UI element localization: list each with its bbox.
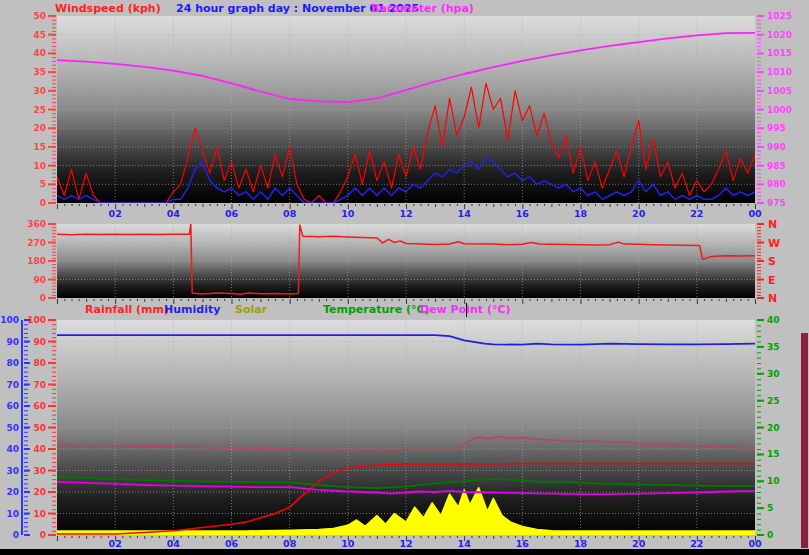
svg-text:25: 25 <box>767 396 780 406</box>
svg-text:30: 30 <box>6 466 19 476</box>
svg-text:04: 04 <box>167 208 181 219</box>
svg-text:1000: 1000 <box>767 105 792 115</box>
svg-text:S: S <box>768 255 776 268</box>
svg-text:10: 10 <box>33 509 46 519</box>
svg-text:12: 12 <box>399 208 412 219</box>
svg-text:80: 80 <box>33 358 46 368</box>
temperature-series-label: Temperature (°C) <box>323 303 430 316</box>
svg-text:180: 180 <box>27 256 46 266</box>
svg-text:5: 5 <box>40 179 46 189</box>
svg-text:15: 15 <box>767 449 780 459</box>
svg-text:40: 40 <box>33 444 46 454</box>
svg-text:18: 18 <box>574 208 588 219</box>
svg-text:14: 14 <box>458 538 472 549</box>
svg-text:985: 985 <box>767 161 786 171</box>
barometer-axis-title: Barometer (hpa) <box>371 2 474 15</box>
svg-text:30: 30 <box>33 466 46 476</box>
svg-text:60: 60 <box>33 401 46 411</box>
svg-text:10: 10 <box>341 538 355 549</box>
svg-text:06: 06 <box>225 208 239 219</box>
svg-text:60: 60 <box>6 401 19 411</box>
svg-text:N: N <box>768 292 777 305</box>
svg-text:90: 90 <box>6 337 19 347</box>
svg-text:0: 0 <box>40 530 46 540</box>
svg-text:270: 270 <box>27 238 46 248</box>
windspeed-axis-title: Windspeed (kph) <box>55 2 161 15</box>
svg-text:50: 50 <box>6 423 19 433</box>
svg-text:975: 975 <box>767 198 786 208</box>
svg-text:10: 10 <box>767 476 780 486</box>
svg-text:18: 18 <box>574 538 588 549</box>
svg-text:40: 40 <box>767 315 780 325</box>
svg-text:10: 10 <box>341 208 355 219</box>
svg-text:16: 16 <box>516 538 530 549</box>
svg-text:10: 10 <box>6 509 19 519</box>
svg-text:980: 980 <box>767 179 786 189</box>
svg-text:20: 20 <box>767 423 780 433</box>
svg-text:35: 35 <box>33 67 46 77</box>
svg-text:20: 20 <box>6 487 19 497</box>
svg-text:1015: 1015 <box>767 48 792 58</box>
svg-text:14: 14 <box>458 208 472 219</box>
svg-text:20: 20 <box>632 208 646 219</box>
svg-text:0: 0 <box>767 530 773 540</box>
svg-text:0: 0 <box>13 530 19 540</box>
svg-text:20: 20 <box>632 538 646 549</box>
svg-text:30: 30 <box>33 86 46 96</box>
svg-text:90: 90 <box>33 337 46 347</box>
svg-text:50: 50 <box>33 423 46 433</box>
svg-text:16: 16 <box>516 208 530 219</box>
svg-text:90: 90 <box>33 275 46 285</box>
svg-text:N: N <box>768 218 777 231</box>
svg-text:5: 5 <box>767 503 773 513</box>
svg-text:1025: 1025 <box>767 11 792 21</box>
svg-text:35: 35 <box>767 342 780 352</box>
svg-text:08: 08 <box>283 208 297 219</box>
svg-text:04: 04 <box>167 538 181 549</box>
svg-text:100: 100 <box>0 315 19 325</box>
svg-text:360: 360 <box>27 219 46 229</box>
svg-text:995: 995 <box>767 123 786 133</box>
svg-text:20: 20 <box>33 487 46 497</box>
svg-text:0: 0 <box>40 293 46 303</box>
svg-text:1020: 1020 <box>767 30 792 40</box>
svg-text:50: 50 <box>33 11 46 21</box>
text-cursor-artifact <box>466 303 467 317</box>
svg-text:08: 08 <box>283 538 297 549</box>
svg-text:02: 02 <box>109 538 122 549</box>
svg-text:70: 70 <box>33 380 46 390</box>
svg-text:00: 00 <box>748 538 762 549</box>
svg-text:30: 30 <box>767 369 780 379</box>
bottom-black-strip <box>0 549 809 555</box>
svg-text:E: E <box>768 274 776 287</box>
svg-text:20: 20 <box>33 123 46 133</box>
svg-text:100: 100 <box>27 315 46 325</box>
svg-text:12: 12 <box>399 538 412 549</box>
svg-text:1005: 1005 <box>767 86 792 96</box>
svg-text:22: 22 <box>690 538 703 549</box>
svg-text:W: W <box>768 237 780 250</box>
right-edge-bar <box>801 333 808 548</box>
svg-text:1010: 1010 <box>767 67 792 77</box>
svg-text:0: 0 <box>40 198 46 208</box>
svg-text:02: 02 <box>109 208 122 219</box>
svg-text:80: 80 <box>6 358 19 368</box>
humidity-series-label: Humidity <box>164 303 220 316</box>
svg-text:15: 15 <box>33 142 46 152</box>
solar-series-label: Solar <box>235 303 267 316</box>
svg-text:22: 22 <box>690 208 703 219</box>
svg-text:06: 06 <box>225 538 239 549</box>
svg-text:25: 25 <box>33 105 46 115</box>
svg-text:70: 70 <box>6 380 19 390</box>
svg-text:45: 45 <box>33 30 46 40</box>
svg-text:00: 00 <box>748 208 762 219</box>
svg-text:40: 40 <box>33 48 46 58</box>
svg-text:10: 10 <box>33 161 46 171</box>
weather-display-24hr-graph-window: 0510152025303540455097598098599099510001… <box>0 0 809 555</box>
svg-text:40: 40 <box>6 444 19 454</box>
rainfall-series-label: Rainfall (mm) <box>85 303 169 316</box>
svg-text:990: 990 <box>767 142 786 152</box>
